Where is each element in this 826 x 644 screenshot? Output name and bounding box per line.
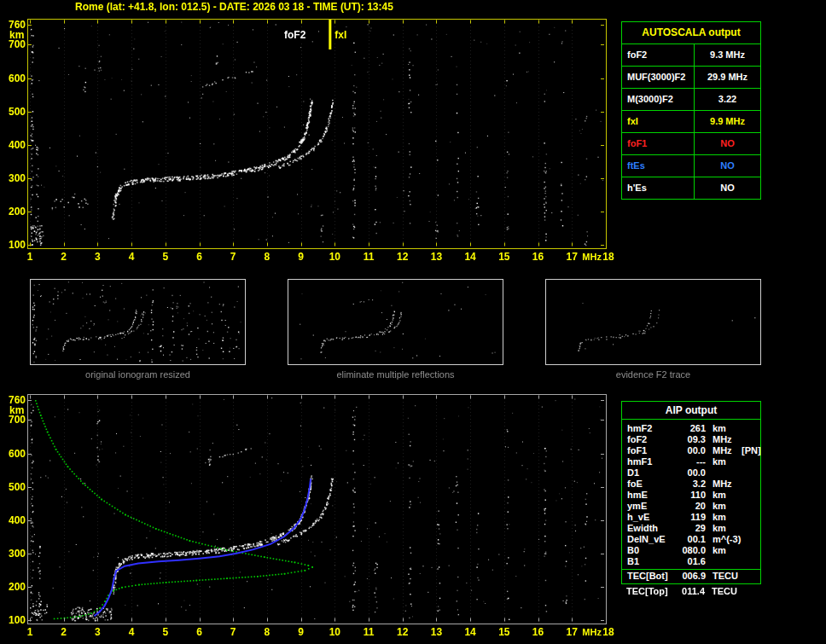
aip-cell-e [740,571,760,582]
aip-cell-v: --- [677,456,706,467]
aip-cell-n: D1 [627,467,677,479]
aip-cell-u: MHz [706,434,740,445]
aip-cell-e [740,512,760,523]
aip-cell-v: 00.0 [677,445,706,456]
aip-row: foF100.0MHz[PN] [622,445,760,456]
aip-row: hmF1---km [622,456,760,467]
aip-cell-v: 080.0 [677,545,706,556]
thumbnail-caption-original: original ionogram resized [30,369,246,380]
autoscala-row-label: ftEs [622,155,695,177]
aip-row: TEC[Top]011.4TECU [621,586,759,597]
aip-cell-n: TEC[Top] [626,586,676,597]
aip-cell-u [706,556,740,567]
aip-row: TEC[Bot]006.9TECU [622,571,760,582]
aip-cell-n: hmF1 [627,456,677,467]
aip-cell-e [740,434,760,445]
aip-row: B0080.0km [622,545,760,556]
aip-cell-e [740,556,760,567]
autoscala-row-label: foF2 [622,44,695,66]
aip-tec-bot-row: TEC[Bot]006.9TECU [622,571,760,582]
aip-cell-n: hmE [627,490,677,501]
thumbnail-caption-eliminate: eliminate multiple reflections [288,369,503,380]
aip-table-rows: hmF2261kmfoF209.3MHzfoF100.0MHz[PN]hmF1-… [622,423,760,567]
aip-cell-n: Ewidth [627,523,677,534]
aip-cell-n: foE [627,479,677,490]
aip-cell-u: MHz [706,479,740,490]
autoscala-row-label: fxI [622,111,695,132]
autoscala-row-label: M(3000)F2 [622,89,695,110]
aip-cell-e [740,545,760,556]
autoscala-table-rows: foF29.3 MHzMUF(3000)F229.9 MHzM(3000)F23… [622,44,760,199]
aip-cell-v: 119 [677,512,706,523]
aip-row: h_vE119km [622,512,760,523]
aip-cell-e [740,423,760,434]
autoscala-row-value: NO [695,177,760,199]
autoscala-screen: Rome (lat: +41.8, lon: 012.5) - DATE: 20… [0,0,826,644]
autoscala-row-value: NO [695,155,760,177]
autoscala-row-label: foF1 [622,133,695,154]
aip-cell-e [740,534,760,545]
aip-cell-v: 110 [677,490,706,501]
aip-cell-u: TECU [705,586,739,597]
aip-cell-u: km [706,523,740,534]
aip-cell-u: km [706,501,740,512]
aip-cell-e [740,456,760,467]
aip-cell-n: TEC[Bot] [627,571,677,582]
aip-row: DelN_vE00.1m^(-3) [622,534,760,545]
autoscala-row-value: 3.22 [695,89,760,110]
aip-cell-u: TECU [706,571,740,582]
aip-cell-n: DelN_vE [627,534,677,545]
aip-cell-e [739,586,759,597]
aip-cell-u: km [706,490,740,501]
autoscala-row: M(3000)F23.22 [622,89,760,111]
aip-row: ymE20km [622,501,760,512]
aip-row: B101.6 [622,556,760,567]
aip-cell-e: [PN] [740,445,760,456]
aip-cell-n: B1 [627,556,677,567]
aip-cell-v: 01.6 [677,556,706,567]
aip-cell-e [740,490,760,501]
aip-cell-v: 29 [677,523,706,534]
autoscala-row-value: 29.9 MHz [695,67,760,88]
autoscala-row-label: h'Es [622,177,695,199]
aip-cell-u: km [706,423,740,434]
aip-cell-u: km [706,545,740,556]
autoscala-row: ftEsNO [622,155,760,177]
aip-separator-line [622,569,760,570]
autoscala-row: foF29.3 MHz [622,44,760,67]
aip-cell-n: ymE [627,501,677,512]
aip-tec-top-row: TEC[Top]011.4TECU [621,586,759,597]
autoscala-row: h'EsNO [622,177,760,199]
autoscala-row: foF1NO [622,133,760,155]
aip-cell-e [740,467,760,479]
thumbnail-caption-evidence: evidence F2 trace [545,369,761,380]
aip-cell-e [740,479,760,490]
aip-row: D100.0 [622,467,760,479]
autoscala-row-label: MUF(3000)F2 [622,67,695,88]
autoscala-row: fxI9.9 MHz [622,111,760,133]
aip-table-header: AIP output [622,402,760,420]
aip-cell-v: 006.9 [677,571,706,582]
station-title: Rome (lat: +41.8, lon: 012.5) - DATE: 20… [75,1,393,13]
aip-row: foF209.3MHz [622,434,760,445]
aip-cell-u: km [706,456,740,467]
autoscala-output-table: AUTOSCALA output foF29.3 MHzMUF(3000)F22… [621,21,761,200]
aip-row: hmF2261km [622,423,760,434]
autoscala-row-value: 9.9 MHz [695,111,760,132]
aip-row: Ewidth29km [622,523,760,534]
aip-cell-v: 261 [677,423,706,434]
autoscala-table-header: AUTOSCALA output [622,22,760,44]
aip-cell-n: foF1 [627,445,677,456]
autoscala-row-value: 9.3 MHz [695,44,760,66]
aip-cell-n: B0 [627,545,677,556]
aip-cell-v: 3.2 [677,479,706,490]
aip-cell-v: 20 [677,501,706,512]
aip-cell-n: h_vE [627,512,677,523]
aip-cell-e [740,523,760,534]
aip-cell-u [706,467,740,479]
autoscala-row-value: NO [695,133,760,154]
aip-cell-v: 00.1 [677,534,706,545]
aip-cell-n: foF2 [627,434,677,445]
aip-row: hmE110km [622,490,760,501]
aip-cell-n: hmF2 [627,423,677,434]
